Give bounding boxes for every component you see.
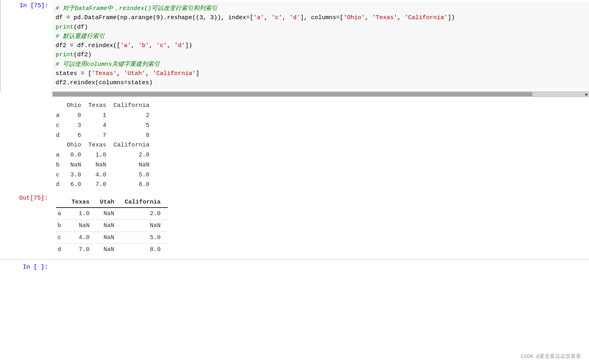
df-output-line: c 3.0 4.0 5.0 (56, 170, 589, 180)
df-output-line: d 6 7 8 (56, 131, 589, 141)
code-line: # 可以使用columns关键字重建列索引 (56, 60, 586, 69)
table-cell: NaN (97, 220, 121, 232)
code-line: # 默认重建行索引 (56, 32, 586, 41)
code-token: 'Ohio' (343, 14, 365, 21)
code-token: df2 = df.reindex([ (56, 42, 120, 49)
table-row: a1.0NaN2.0 (56, 208, 168, 220)
table-col-header (56, 197, 68, 208)
code-token: print (56, 51, 74, 58)
scrollbar-thumb[interactable] (53, 92, 532, 96)
code-line: print(df) (56, 23, 586, 32)
df-output-line: c 3 4 5 (56, 121, 589, 131)
code-token: , (145, 70, 153, 77)
code-token: 'Utah' (124, 70, 145, 77)
table-cell: a (56, 208, 68, 220)
code-token: 'c' (271, 14, 282, 21)
code-token: # 默认重建行索引 (56, 33, 105, 40)
table-cell: 5.0 (121, 232, 168, 244)
table-cell: NaN (97, 232, 121, 244)
code-token: 'California' (153, 70, 196, 77)
table-cell: b (56, 220, 68, 232)
code-token: ], columns=[ (300, 14, 343, 21)
out-table-head: TexasUtahCalifornia (56, 197, 168, 208)
table-cell: NaN (97, 208, 121, 220)
code-token: ] (196, 70, 199, 77)
code-token: , (167, 42, 174, 49)
df-output-line: Ohio Texas California (56, 140, 589, 150)
code-token: ]) (448, 14, 455, 21)
table-col-header: Utah (97, 197, 121, 208)
code-token: df = pd.DataFrame(np.arange(9).reshape((… (56, 14, 253, 21)
code-token: # 对于DataFrame中，reindex()可以改变行索引和列索引 (56, 5, 217, 12)
code-token: 'd' (174, 42, 185, 49)
code-token: 'a' (253, 14, 264, 21)
code-token: , (131, 42, 138, 49)
table-col-header: Texas (68, 197, 97, 208)
code-line: df = pd.DataFrame(np.arange(9).reshape((… (56, 13, 586, 22)
table-header-row: TexasUtahCalifornia (56, 197, 168, 208)
out-table-wrap-75: TexasUtahCalifornia a1.0NaN2.0bNaNNaNNaN… (52, 194, 168, 259)
code-token: , (117, 70, 124, 77)
table-cell: c (56, 232, 68, 244)
table-cell: 2.0 (121, 208, 168, 220)
cell-input-75: In [75]: # 对于DataFrame中，reindex()可以改变行索引… (0, 0, 589, 91)
code-token: # 可以使用columns关键字重建列索引 (56, 61, 160, 68)
table-cell: 1.0 (68, 208, 97, 220)
code-token: ]) (185, 42, 192, 49)
code-area-75[interactable]: # 对于DataFrame中，reindex()可以改变行索引和列索引df = … (52, 2, 589, 90)
code-token: , (365, 14, 372, 21)
table-cell: NaN (68, 220, 97, 232)
table-cell: NaN (97, 244, 121, 256)
code-token: 'a' (120, 42, 131, 49)
df-output-line: a 0.0 1.0 2.0 (56, 150, 589, 160)
cell-label-empty: In [ ]: (0, 264, 52, 271)
code-token: 'd' (289, 14, 300, 21)
table-cell: 4.0 (68, 232, 97, 244)
table-cell: 7.0 (68, 244, 97, 256)
out-label-75: Out[75]: (0, 194, 52, 202)
code-token: , (397, 14, 404, 21)
df-output-line: b NaN NaN NaN (56, 160, 589, 170)
code-token: , (149, 42, 156, 49)
df-output-line: a 0 1 2 (56, 111, 589, 121)
code-token: 'California' (404, 14, 448, 21)
code-token: 'Texas' (372, 14, 397, 21)
table-row: bNaNNaNNaN (56, 220, 168, 232)
code-line: print(df2) (56, 50, 586, 59)
empty-code-input[interactable] (52, 261, 589, 273)
code-token: 'c' (156, 42, 167, 49)
cell-input-empty: In [ ]: (0, 259, 589, 274)
cell-label-75: In [75]: (0, 2, 52, 9)
code-token: states = [ (56, 70, 92, 77)
table-cell: d (56, 244, 68, 256)
df-plain-output: Ohio Texas Californiaa 0 1 2c 3 4 5d 6 7… (52, 101, 589, 190)
code-token: , (264, 14, 271, 21)
table-row: c4.0NaN5.0 (56, 232, 168, 244)
horizontal-scrollbar[interactable]: ▶ (52, 91, 589, 97)
table-row: d7.0NaN8.0 (56, 244, 168, 256)
out-table-75: TexasUtahCalifornia a1.0NaN2.0bNaNNaNNaN… (56, 197, 168, 255)
code-token: , (282, 14, 289, 21)
scroll-right-arrow[interactable]: ▶ (585, 91, 588, 97)
code-token: df2.reindex(columns=states) (56, 79, 153, 86)
code-token: print (56, 24, 74, 31)
code-token: 'Texas' (92, 70, 117, 77)
output-plain-75: Ohio Texas Californiaa 0 1 2c 3 4 5d 6 7… (52, 97, 589, 194)
code-line: # 对于DataFrame中，reindex()可以改变行索引和列索引 (56, 4, 586, 13)
code-token: (df) (74, 24, 88, 31)
table-col-header: California (121, 197, 168, 208)
code-line: df2 = df.reindex(['a', 'b', 'c', 'd']) (56, 41, 586, 50)
df-output-line: d 6.0 7.0 8.0 (56, 180, 589, 190)
code-line: df2.reindex(columns=states) (56, 78, 586, 87)
table-cell: 8.0 (121, 244, 168, 256)
df-output-line: Ohio Texas California (56, 101, 589, 111)
out-label-row-75: Out[75]: TexasUtahCalifornia a1.0NaN2.0b… (0, 194, 589, 259)
notebook-cell-75: In [75]: # 对于DataFrame中，reindex()可以改变行索引… (0, 0, 589, 259)
table-cell: NaN (121, 220, 168, 232)
code-line: states = ['Texas', 'Utah', 'California'] (56, 69, 586, 78)
code-token: (df2) (74, 51, 92, 58)
code-token: 'b' (138, 42, 149, 49)
out-table-body: a1.0NaN2.0bNaNNaNNaNc4.0NaN5.0d7.0NaN8.0 (56, 208, 168, 255)
